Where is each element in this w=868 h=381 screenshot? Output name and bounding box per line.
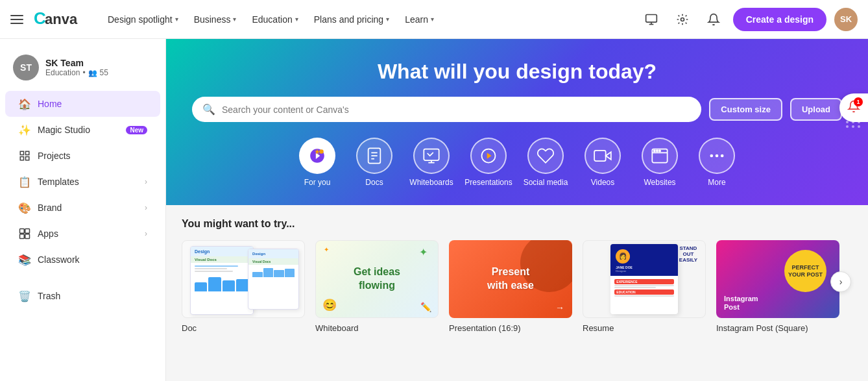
dots-grid xyxy=(846,116,862,128)
svg-point-27 xyxy=(659,150,660,151)
avatar[interactable]: SK xyxy=(834,8,858,31)
pencil-icon: ✏️ xyxy=(420,302,431,312)
category-whiteboards[interactable]: Whiteboards xyxy=(405,138,457,187)
card-doc-label: Doc xyxy=(182,323,305,333)
svg-rect-13 xyxy=(25,234,30,239)
hero-search-row: 🔍 Custom size Upload xyxy=(192,97,842,122)
card-presentation-label: Presentation (16:9) xyxy=(449,323,572,333)
notifications-icon-btn[interactable] xyxy=(702,8,725,31)
team-sub: Education • 👥 55 xyxy=(45,68,108,77)
suggestions-title: You might want to try... xyxy=(182,218,852,230)
team-avatar: ST xyxy=(13,55,39,80)
projects-icon xyxy=(18,149,31,162)
category-docs[interactable]: Docs xyxy=(348,138,400,187)
category-videos[interactable]: Videos xyxy=(577,138,629,187)
classwork-icon: 📚 xyxy=(18,253,31,266)
chevron-right-icon: › xyxy=(145,177,147,186)
team-name: SK Team xyxy=(45,58,108,68)
sidebar-item-home[interactable]: 🏠 Home xyxy=(5,91,160,117)
templates-icon: 📋 xyxy=(18,175,31,188)
sidebar-item-classwork[interactable]: 📚 Classwork xyxy=(5,247,160,273)
category-websites[interactable]: Websites xyxy=(634,138,686,187)
smiley-icon: 😊 xyxy=(322,298,337,312)
sidebar-item-magic-studio[interactable]: ✨ Magic Studio New xyxy=(5,117,160,143)
svg-rect-2 xyxy=(645,14,657,22)
svg-point-5 xyxy=(681,18,684,21)
svg-rect-10 xyxy=(20,229,25,234)
svg-point-28 xyxy=(710,154,714,158)
svg-rect-6 xyxy=(20,151,23,154)
sidebar-item-trash[interactable]: 🗑️ Trash xyxy=(5,283,160,309)
canva-logo[interactable]: C anva xyxy=(34,8,86,31)
trash-icon: 🗑️ xyxy=(18,289,31,302)
suggestions-cards-row: Design Visual Docs xyxy=(182,240,852,333)
svg-point-30 xyxy=(721,154,724,158)
suggestion-card-doc[interactable]: Design Visual Docs xyxy=(182,240,305,333)
suggestion-card-resume[interactable]: 👩 JANE DOE Designer EXPERIENCE EDUCATION xyxy=(583,240,706,333)
search-input[interactable] xyxy=(222,104,691,115)
nav-design-spotlight[interactable]: Design spotlight ▾ xyxy=(101,10,185,29)
brand-icon: 🎨 xyxy=(18,201,31,214)
suggestion-card-presentation[interactable]: Presentwith ease → Presentation (16:9) xyxy=(449,240,572,333)
category-presentations[interactable]: Presentations xyxy=(463,138,514,187)
hero-banner: What will you design today? 🔍 Custom siz… xyxy=(166,39,868,205)
custom-size-button[interactable]: Custom size xyxy=(709,98,782,121)
arrow-right-icon: → xyxy=(555,302,564,313)
hero-search-bar[interactable]: 🔍 xyxy=(192,97,701,122)
magic-studio-icon: ✨ xyxy=(18,123,31,136)
sidebar: ST SK Team Education • 👥 55 🏠 Home ✨ Mag… xyxy=(0,39,166,381)
chevron-down-icon: ▾ xyxy=(431,16,434,23)
category-circle-whiteboards xyxy=(413,138,450,174)
suggestion-card-instagram[interactable]: PERFECTYOUR POST InstagramPost Instagram… xyxy=(716,240,839,333)
card-whiteboard-label: Whiteboard xyxy=(315,323,439,333)
svg-rect-11 xyxy=(25,229,30,234)
category-circle-websites xyxy=(642,138,678,174)
presentation-text: Presentwith ease xyxy=(487,265,534,293)
chevron-down-icon: ▾ xyxy=(175,16,178,23)
create-design-button[interactable]: Create a design xyxy=(733,8,826,31)
category-social-media[interactable]: Social media xyxy=(520,138,572,187)
hamburger-menu[interactable] xyxy=(10,12,26,27)
chevron-right-icon: › xyxy=(145,229,147,238)
sidebar-item-brand[interactable]: 🎨 Brand › xyxy=(5,195,160,221)
category-more[interactable]: More xyxy=(691,138,743,187)
sidebar-item-templates[interactable]: 📋 Templates › xyxy=(5,169,160,195)
instagram-text: InstagramPost xyxy=(724,295,758,312)
monitor-icon-btn[interactable] xyxy=(640,8,663,31)
notification-count: 1 xyxy=(854,97,863,106)
suggestions-next-button[interactable]: › xyxy=(830,271,851,292)
nav-education[interactable]: Education ▾ xyxy=(245,10,304,29)
chevron-right-icon: › xyxy=(145,203,147,212)
category-for-you[interactable]: For you xyxy=(291,138,343,187)
nav-plans[interactable]: Plans and pricing ▾ xyxy=(307,10,396,29)
settings-icon-btn[interactable] xyxy=(671,8,694,31)
suggestion-card-whiteboard[interactable]: ✦ ✦ Get ideasflowing 😊 ✏️ Whiteboard xyxy=(315,240,439,333)
nav-business[interactable]: Business ▾ xyxy=(187,10,243,29)
apps-icon xyxy=(18,227,31,240)
svg-text:anva: anva xyxy=(45,11,78,27)
resume-standout-text: STANDOUTEASILY xyxy=(679,246,697,263)
search-icon: 🔍 xyxy=(202,103,215,116)
category-circle-for-you xyxy=(299,138,335,174)
svg-point-25 xyxy=(654,150,655,151)
hero-title: What will you design today? xyxy=(192,60,842,84)
sidebar-item-apps[interactable]: Apps › xyxy=(5,221,160,247)
svg-rect-22 xyxy=(594,151,606,161)
sidebar-item-projects[interactable]: Projects xyxy=(5,143,160,169)
whiteboard-text: Get ideasflowing xyxy=(354,265,400,293)
category-circle-social-media xyxy=(527,138,564,174)
home-icon: 🏠 xyxy=(18,97,31,110)
suggestions-section: You might want to try... Design Visual D… xyxy=(166,205,868,346)
category-circle-docs xyxy=(356,138,392,174)
nav-learn[interactable]: Learn ▾ xyxy=(398,10,440,29)
svg-rect-8 xyxy=(20,157,23,160)
category-circle-more xyxy=(699,138,735,174)
svg-rect-7 xyxy=(26,151,29,154)
main-content: What will you design today? 🔍 Custom siz… xyxy=(166,39,868,381)
topnav-links: Design spotlight ▾ Business ▾ Education … xyxy=(101,10,640,29)
topnav-actions: Create a design SK xyxy=(640,8,858,31)
svg-point-26 xyxy=(657,150,658,151)
sidebar-team[interactable]: ST SK Team Education • 👥 55 xyxy=(0,49,165,91)
chevron-down-icon: ▾ xyxy=(295,16,298,23)
upload-button[interactable]: Upload xyxy=(790,98,842,121)
